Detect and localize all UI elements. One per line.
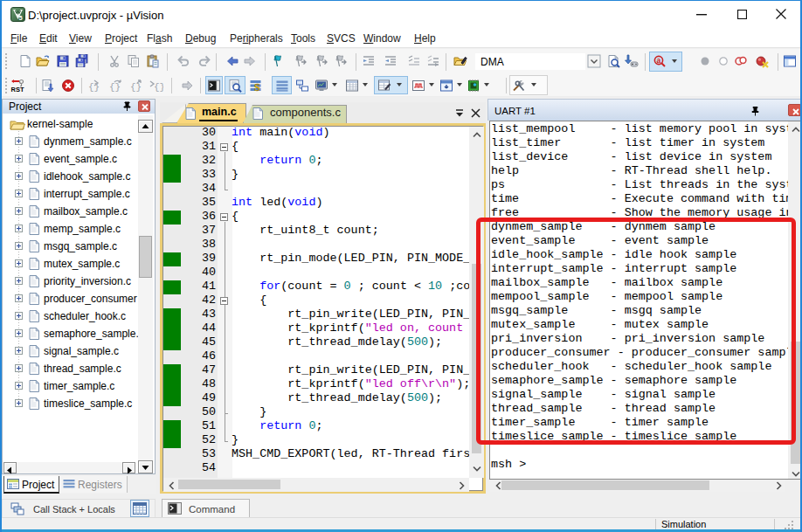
svg-text:{}: {} [130,82,142,93]
svg-text:a: a [657,56,661,65]
svg-text:S: S [254,81,260,93]
svg-text:5: 5 [19,14,23,22]
svg-text:{}: {} [109,82,121,93]
svg-text:{}: {} [154,82,163,93]
svg-text:RST: RST [11,86,24,93]
